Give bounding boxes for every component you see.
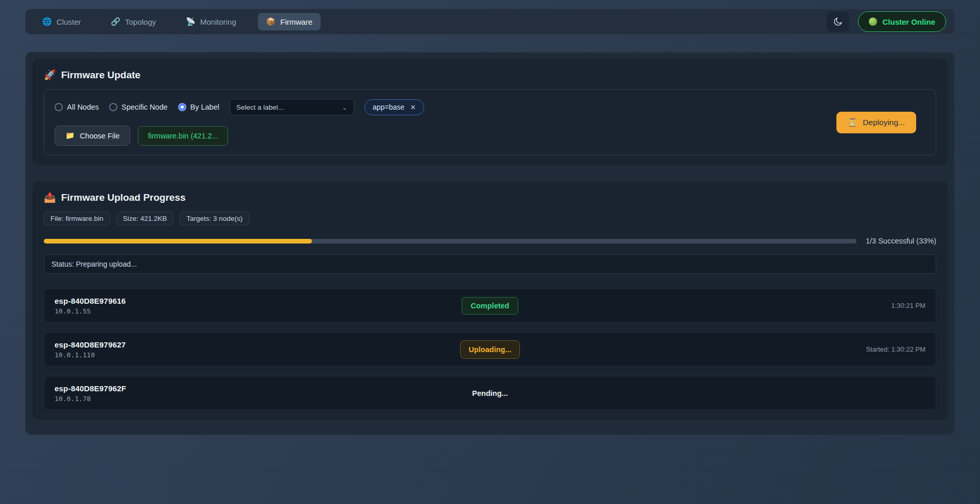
- node-ip: 10.0.1.55: [55, 307, 462, 315]
- tab-topology[interactable]: 🔗 Topology: [102, 13, 164, 30]
- node-3-identity: esp-840D8E97962F 10.0.1.78: [55, 384, 472, 403]
- tag-close-icon[interactable]: ✕: [410, 103, 416, 111]
- node-name: esp-840D8E979616: [55, 297, 462, 305]
- progress-label: 1/3 Successful (33%): [866, 237, 936, 245]
- cluster-status-badge: Cluster Online: [858, 11, 946, 32]
- theme-toggle-button[interactable]: [826, 11, 850, 32]
- progress-row: 1/3 Successful (33%): [44, 237, 936, 245]
- node-row-3: esp-840D8E97962F 10.0.1.78 Pending...: [44, 376, 936, 410]
- tab-cluster-label: Cluster: [57, 18, 81, 26]
- tab-cluster[interactable]: 🌐 Cluster: [34, 13, 89, 30]
- file-size-badge: Size: 421.2KB: [116, 212, 174, 225]
- upload-meta-row: File: firmware.bin Size: 421.2KB Targets…: [44, 212, 936, 225]
- globe-icon: 🌐: [42, 17, 52, 26]
- progress-bar-track: [44, 239, 856, 244]
- tab-monitoring-label: Monitoring: [200, 18, 236, 26]
- file-selection-row: 📁 Choose File firmware.bin (421.2...: [55, 126, 424, 146]
- firmware-update-title: 🚀 Firmware Update: [44, 69, 936, 81]
- node-timestamp: 1:30:21 PM: [891, 302, 926, 309]
- status-message-box: Status: Preparing upload...: [44, 254, 936, 274]
- radio-by-label-circle[interactable]: [178, 103, 186, 111]
- node-timestamp: Started: 1:30:22 PM: [866, 345, 925, 353]
- radio-all-nodes-label: All Nodes: [67, 103, 99, 111]
- upload-progress-title-text: Firmware Upload Progress: [61, 192, 186, 203]
- node-ip: 10.0.1.110: [55, 351, 460, 359]
- node-name: esp-840D8E979627: [55, 340, 460, 349]
- tab-firmware-label: Firmware: [280, 18, 312, 26]
- status-message-text: Status: Preparing upload...: [51, 260, 137, 268]
- target-selection-row: All Nodes Specific Node By Label Select …: [55, 99, 424, 115]
- node-row-1: esp-840D8E979616 10.0.1.55 Completed 1:3…: [44, 288, 936, 323]
- radio-specific-node[interactable]: Specific Node: [109, 103, 167, 111]
- link-icon: 🔗: [111, 17, 120, 26]
- node-ip: 10.0.1.78: [55, 395, 472, 403]
- firmware-update-title-text: Firmware Update: [61, 69, 141, 81]
- choose-file-label: Choose File: [80, 132, 119, 140]
- node-status-badge: Uploading...: [460, 340, 520, 359]
- upload-progress-title: 📤 Firmware Upload Progress: [44, 192, 936, 203]
- chevron-down-icon: ⌄: [342, 103, 347, 111]
- node-status-text: Pending...: [472, 389, 507, 397]
- package-icon: 📦: [266, 17, 276, 26]
- cluster-status-label: Cluster Online: [882, 18, 935, 26]
- tab-firmware[interactable]: 📦 Firmware: [258, 13, 321, 30]
- node-row-2: esp-840D8E979627 10.0.1.110 Uploading...…: [44, 332, 936, 367]
- selected-file-chip: firmware.bin (421.2...: [138, 126, 227, 146]
- radio-all-nodes-circle[interactable]: [55, 103, 63, 111]
- radio-specific-node-circle[interactable]: [109, 103, 117, 111]
- radio-all-nodes[interactable]: All Nodes: [55, 103, 99, 111]
- node-1-identity: esp-840D8E979616 10.0.1.55: [55, 297, 462, 315]
- radio-specific-node-label: Specific Node: [121, 103, 167, 111]
- tab-monitoring[interactable]: 📡 Monitoring: [178, 13, 244, 30]
- firmware-update-panel: All Nodes Specific Node By Label Select …: [44, 89, 936, 155]
- rocket-icon: 🚀: [44, 69, 56, 81]
- label-select-value: Select a label...: [236, 103, 284, 111]
- label-tag-text: app=base: [373, 103, 405, 111]
- deploy-button[interactable]: ⏳ Deploying...: [836, 112, 916, 133]
- node-status-badge: Completed: [462, 297, 519, 315]
- choose-file-button[interactable]: 📁 Choose File: [55, 126, 130, 146]
- targets-count-badge: Targets: 3 node(s): [180, 212, 249, 225]
- folder-icon: 📁: [65, 131, 75, 140]
- node-list: esp-840D8E979616 10.0.1.55 Completed 1:3…: [44, 288, 936, 410]
- label-select-dropdown[interactable]: Select a label... ⌄: [230, 99, 354, 115]
- satellite-icon: 📡: [186, 17, 196, 26]
- firmware-update-card: 🚀 Firmware Update All Nodes Specific Nod…: [32, 59, 948, 165]
- outbox-icon: 📤: [44, 192, 56, 203]
- top-navbar: 🌐 Cluster 🔗 Topology 📡 Monitoring 📦 Firm…: [25, 9, 955, 34]
- upload-progress-card: 📤 Firmware Upload Progress File: firmwar…: [32, 181, 948, 420]
- deploy-button-label: Deploying...: [863, 118, 905, 127]
- progress-bar-fill: [44, 239, 312, 244]
- nav-right-group: Cluster Online: [826, 11, 946, 32]
- radio-by-label[interactable]: By Label: [178, 103, 219, 111]
- file-name-badge: File: firmware.bin: [44, 212, 110, 225]
- tab-topology-label: Topology: [125, 18, 156, 26]
- hourglass-icon: ⏳: [848, 118, 857, 127]
- moon-icon: [833, 16, 843, 27]
- online-dot-icon: [869, 18, 877, 26]
- radio-by-label-label: By Label: [190, 103, 219, 111]
- node-2-identity: esp-840D8E979627 10.0.1.110: [55, 340, 460, 359]
- main-content: 🚀 Firmware Update All Nodes Specific Nod…: [25, 52, 955, 435]
- nav-tabs: 🌐 Cluster 🔗 Topology 📡 Monitoring 📦 Firm…: [34, 13, 321, 30]
- label-tag-chip[interactable]: app=base ✕: [364, 99, 424, 115]
- firmware-update-controls: All Nodes Specific Node By Label Select …: [55, 99, 424, 146]
- node-name: esp-840D8E97962F: [55, 384, 472, 393]
